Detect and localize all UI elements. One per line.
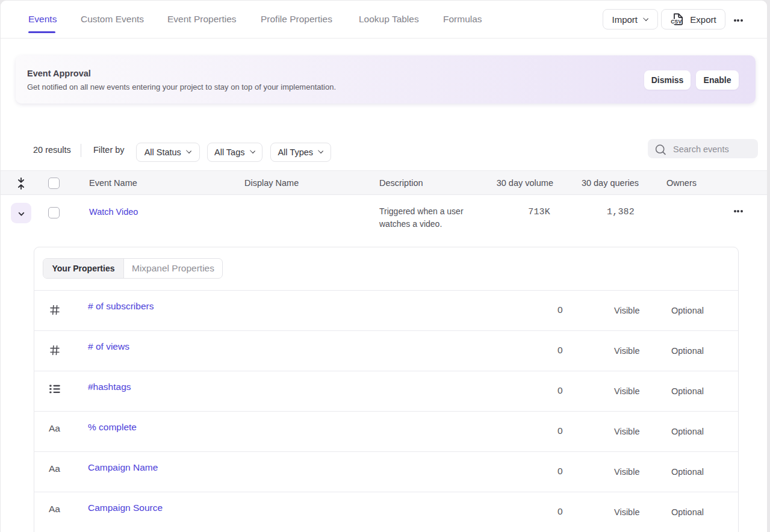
svg-text:CSV: CSV <box>671 19 682 25</box>
